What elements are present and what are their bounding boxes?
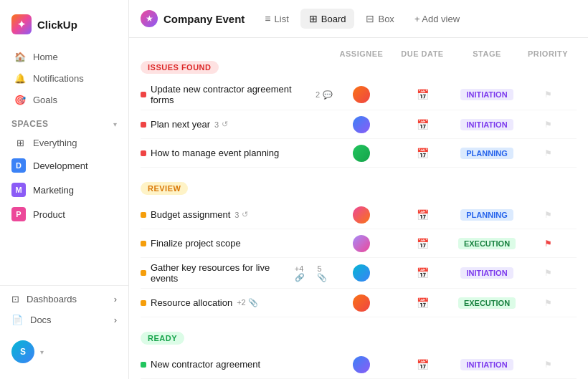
sidebar-item-docs[interactable]: 📄 Docs ›	[0, 310, 128, 330]
sidebar-footer: ⊡ Dashboards › 📄 Docs ›	[0, 285, 128, 333]
list-tab-icon: ≡	[265, 13, 270, 24]
group-header-issues: ISSUES FOUND	[141, 61, 219, 74]
date-cell: 📅	[390, 119, 455, 130]
column-headers: ASSIGNEE DUE DATE STAGE PRIORITY	[141, 49, 577, 61]
task-meta: 2 💬	[316, 90, 333, 100]
task-dot-icon	[141, 150, 146, 156]
task-dot-icon	[141, 241, 146, 246]
project-icon: ★	[141, 10, 158, 27]
table-row[interactable]: Update new contractor agreement forms 2 …	[141, 80, 577, 110]
tab-board[interactable]: ⊞ Board	[300, 9, 355, 29]
attachment-count: 5 📎	[317, 264, 333, 282]
sidebar-item-everything[interactable]: ⊞ Everything	[3, 132, 125, 153]
calendar-icon: 📅	[417, 209, 429, 221]
sidebar-nav: 🏠 Home 🔔 Notifications 🎯 Goals Spaces ▾ …	[0, 46, 128, 282]
sidebar-item-development-label: Development	[33, 160, 88, 171]
sidebar-item-home[interactable]: 🏠 Home	[3, 46, 125, 67]
table-row[interactable]: How to manage event planning 📅 PLANNING …	[141, 139, 577, 168]
spaces-section-header: Spaces ▾	[0, 110, 128, 132]
group-header-ready: READY	[141, 332, 184, 345]
group-issues: ISSUES FOUND Update new contractor agree…	[141, 61, 577, 168]
task-meta: +4 🔗 5 📎	[295, 264, 333, 282]
flag-cell: ⚑	[519, 90, 577, 100]
task-name-cell: Resource allocation +2 📎	[141, 297, 333, 308]
task-name-cell: Finalize project scope	[141, 238, 333, 249]
status-cell: INITIATION	[455, 89, 519, 100]
repeat-icon: ↺	[222, 120, 228, 129]
table-row[interactable]: Gather key resources for live events +4 …	[141, 258, 577, 289]
sidebar-item-marketing[interactable]: M Marketing	[0, 178, 128, 202]
dashboard-icon: ⊡	[11, 294, 19, 304]
user-avatar-area[interactable]: S ▾	[0, 333, 128, 370]
status-cell: INITIATION	[455, 119, 519, 130]
docs-chevron-icon: ›	[114, 315, 117, 325]
project-title-area: ★ Company Event	[141, 10, 245, 27]
assignee-cell	[333, 356, 390, 373]
add-view-button[interactable]: + Add view	[406, 9, 468, 29]
table-row[interactable]: Finalize project scope 📅 EXECUTION ⚑	[141, 229, 577, 258]
calendar-icon: 📅	[417, 148, 429, 159]
task-meta: +2 📎	[237, 298, 258, 307]
target-icon: 🎯	[14, 94, 26, 105]
task-meta: 3 ↺	[234, 210, 248, 219]
sidebar-item-product[interactable]: P Product	[0, 202, 128, 226]
sidebar-item-docs-label: Docs	[30, 315, 52, 325]
status-badge: PLANNING	[460, 209, 513, 221]
add-view-label: + Add view	[414, 14, 460, 24]
calendar-icon: 📅	[417, 238, 429, 249]
tab-box[interactable]: ⊟ Box	[357, 9, 402, 29]
sidebar-item-goals-label: Goals	[33, 95, 57, 105]
table-row[interactable]: Resource allocation +2 📎 📅 EXECUTION ⚑	[141, 289, 577, 317]
sidebar-item-product-label: Product	[33, 209, 65, 220]
task-name: Finalize project scope	[151, 238, 241, 249]
tab-list[interactable]: ≡ List	[256, 9, 297, 29]
grid-icon: ⊞	[14, 137, 26, 148]
flag-icon: ⚑	[544, 360, 552, 370]
sidebar-item-goals[interactable]: 🎯 Goals	[3, 89, 125, 110]
avatar	[353, 206, 370, 224]
flag-cell: ⚑	[519, 120, 577, 130]
tab-box-label: Box	[378, 14, 394, 24]
status-badge: INITIATION	[460, 267, 513, 279]
marketing-badge: M	[11, 183, 26, 197]
spaces-chevron-icon[interactable]: ▾	[113, 120, 117, 128]
sidebar-item-everything-label: Everything	[33, 138, 77, 148]
tab-list-label: List	[275, 14, 289, 24]
calendar-icon: 📅	[417, 359, 429, 370]
status-cell: INITIATION	[455, 267, 519, 279]
avatar	[353, 294, 370, 312]
task-dot-icon	[141, 92, 146, 97]
calendar-icon: 📅	[417, 297, 429, 309]
avatar	[353, 86, 370, 103]
avatar	[353, 235, 370, 252]
task-count: 3	[214, 120, 219, 129]
dashboards-chevron-icon: ›	[114, 294, 117, 304]
assignee-cell	[333, 294, 390, 312]
col-header-priority: PRIORITY	[519, 49, 577, 58]
col-header-stage: STAGE	[455, 49, 519, 58]
sidebar-item-notifications-label: Notifications	[33, 73, 84, 84]
flag-icon: ⚑	[544, 148, 552, 158]
status-badge: PLANNING	[460, 148, 513, 159]
assignee-cell	[333, 235, 390, 252]
sidebar-item-development[interactable]: D Development	[0, 153, 128, 178]
table-row[interactable]: Budget assignment 3 ↺ 📅 PLANNING ⚑	[141, 201, 577, 229]
table-row[interactable]: New contractor agreement 📅 INITIATION ⚑	[141, 350, 577, 379]
task-name: How to manage event planning	[151, 148, 279, 158]
repeat-icon: ↺	[242, 210, 248, 219]
user-initial: S	[20, 347, 26, 357]
table-row[interactable]: Plan next year 3 ↺ 📅 INITIATION ⚑	[141, 110, 577, 139]
sidebar-item-dashboards[interactable]: ⊡ Dashboards ›	[0, 289, 128, 310]
col-header-due-date: DUE DATE	[390, 49, 455, 58]
flag-icon: ⚑	[544, 268, 552, 278]
task-count: +2 📎	[237, 298, 258, 307]
sidebar-item-notifications[interactable]: 🔔 Notifications	[3, 67, 125, 89]
flag-cell: ⚑	[519, 268, 577, 278]
calendar-icon: 📅	[417, 89, 429, 100]
group-review-label: REVIEW	[148, 184, 181, 193]
topbar: ★ Company Event ≡ List ⊞ Board ⊟ Box + A…	[129, 0, 588, 38]
avatar: S	[11, 340, 34, 363]
status-cell: INITIATION	[455, 359, 519, 370]
tab-board-label: Board	[321, 14, 346, 24]
status-badge: INITIATION	[460, 89, 513, 100]
